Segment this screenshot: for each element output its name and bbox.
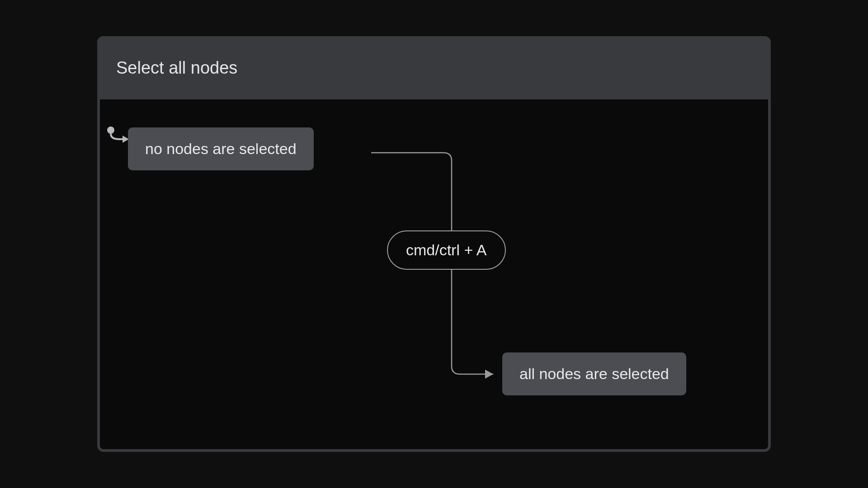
panel-title: Select all nodes [116, 58, 237, 78]
state-label: all nodes are selected [519, 365, 669, 382]
transition-label[interactable]: cmd/ctrl + A [387, 230, 506, 270]
state-node-initial[interactable]: no nodes are selected [128, 127, 314, 170]
diagram-canvas[interactable]: no nodes are selected cmd/ctrl + A all n… [100, 99, 768, 449]
diagram-panel: Select all nodes no nodes are selected c… [97, 36, 771, 452]
svg-point-0 [107, 127, 114, 134]
state-node-final[interactable]: all nodes are selected [502, 352, 686, 395]
transition-text: cmd/ctrl + A [406, 241, 487, 258]
panel-header: Select all nodes [97, 36, 771, 99]
state-label: no nodes are selected [145, 140, 297, 157]
